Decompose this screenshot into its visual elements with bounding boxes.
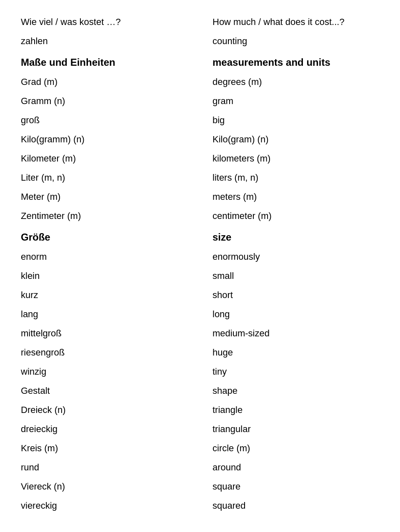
- english-word: kilometers (m): [200, 149, 379, 168]
- word-row: Viereck (n)square: [21, 477, 379, 496]
- word-row: Meter (m)meters (m): [21, 187, 379, 206]
- english-word: long: [200, 305, 379, 324]
- word-row: rundaround: [21, 458, 379, 477]
- german-word: klein: [21, 266, 200, 286]
- section-header-english: size: [200, 226, 379, 247]
- german-word: Kilometer (m): [21, 149, 200, 168]
- english-word: around: [200, 458, 379, 477]
- english-word: big: [200, 111, 379, 130]
- german-word: Wie viel / was kostet …?: [21, 12, 200, 32]
- english-word: small: [200, 266, 379, 286]
- german-word: Zentimeter (m): [21, 206, 200, 226]
- english-word: huge: [200, 343, 379, 362]
- section-header-german: Größe: [21, 226, 200, 247]
- english-word: triangular: [200, 420, 379, 439]
- german-word: Kreis (m): [21, 439, 200, 458]
- english-word: triangle: [200, 400, 379, 420]
- english-word: square: [200, 477, 379, 496]
- word-row: Gramm (n)gram: [21, 92, 379, 111]
- german-word: winzig: [21, 362, 200, 381]
- word-row: dreieckigtriangular: [21, 420, 379, 439]
- german-word: Meter (m): [21, 187, 200, 206]
- english-word: circle (m): [200, 439, 379, 458]
- german-word: riesengroß: [21, 343, 200, 362]
- word-row: Zentimeter (m)centimeter (m): [21, 206, 379, 226]
- word-row: mittelgroßmedium-sized: [21, 324, 379, 343]
- word-row: Kreis (m)circle (m): [21, 439, 379, 458]
- word-row: Gestaltshape: [21, 381, 379, 400]
- word-row: Wie viel / was kostet …?How much / what …: [21, 12, 379, 32]
- section-header-row: Größesize: [21, 226, 379, 247]
- word-row: Grad (m)degrees (m): [21, 72, 379, 92]
- word-row: Liter (m, n)liters (m, n): [21, 168, 379, 187]
- section-header-german: Maße und Einheiten: [21, 51, 200, 72]
- word-row: langlong: [21, 305, 379, 324]
- german-word: kurz: [21, 286, 200, 305]
- word-row: kleinsmall: [21, 266, 379, 286]
- german-word: Liter (m, n): [21, 168, 200, 187]
- german-word: lang: [21, 305, 200, 324]
- english-word: liters (m, n): [200, 168, 379, 187]
- english-word: medium-sized: [200, 324, 379, 343]
- word-row: Kilometer (m)kilometers (m): [21, 149, 379, 168]
- german-word: groß: [21, 111, 200, 130]
- section-header-english: measurements and units: [200, 51, 379, 72]
- word-row: Kilo(gramm) (n)Kilo(gram) (n): [21, 130, 379, 149]
- english-word: counting: [200, 32, 379, 51]
- german-word: Dreieck (n): [21, 400, 200, 420]
- german-word: Gramm (n): [21, 92, 200, 111]
- english-word: gram: [200, 92, 379, 111]
- english-word: shape: [200, 381, 379, 400]
- word-row: winzigtiny: [21, 362, 379, 381]
- english-word: tiny: [200, 362, 379, 381]
- word-row: kurzshort: [21, 286, 379, 305]
- english-word: centimeter (m): [200, 206, 379, 226]
- word-row: zahlencounting: [21, 32, 379, 51]
- word-row: großbig: [21, 111, 379, 130]
- german-word: mittelgroß: [21, 324, 200, 343]
- german-word: Grad (m): [21, 72, 200, 92]
- word-row: enormenormously: [21, 247, 379, 266]
- english-word: meters (m): [200, 187, 379, 206]
- english-word: degrees (m): [200, 72, 379, 92]
- word-row: Dreieck (n)triangle: [21, 400, 379, 420]
- german-word: Viereck (n): [21, 477, 200, 496]
- german-word: rund: [21, 458, 200, 477]
- english-word: Kilo(gram) (n): [200, 130, 379, 149]
- german-word: Gestalt: [21, 381, 200, 400]
- german-word: zahlen: [21, 32, 200, 51]
- section-header-row: Maße und Einheitenmeasurements and units: [21, 51, 379, 72]
- english-word: How much / what does it cost...?: [200, 12, 379, 32]
- english-word: squared: [200, 496, 379, 515]
- vocabulary-table: Wie viel / was kostet …?How much / what …: [21, 12, 379, 515]
- german-word: enorm: [21, 247, 200, 266]
- word-row: viereckigsquared: [21, 496, 379, 515]
- german-word: viereckig: [21, 496, 200, 515]
- german-word: dreieckig: [21, 420, 200, 439]
- english-word: enormously: [200, 247, 379, 266]
- english-word: short: [200, 286, 379, 305]
- german-word: Kilo(gramm) (n): [21, 130, 200, 149]
- word-row: riesengroßhuge: [21, 343, 379, 362]
